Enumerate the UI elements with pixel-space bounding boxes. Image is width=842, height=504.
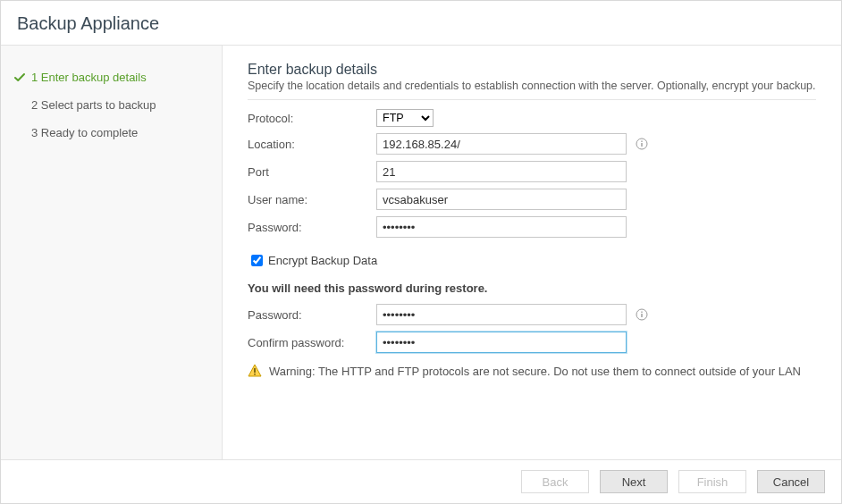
backup-appliance-dialog: Backup Appliance 1 Enter backup details … <box>0 0 842 504</box>
content-subtitle: Specify the location details and credent… <box>248 80 816 100</box>
dialog-footer: Back Next Finish Cancel <box>1 459 841 503</box>
step-select-parts[interactable]: 2 Select parts to backup <box>1 91 222 119</box>
info-icon[interactable] <box>636 138 648 150</box>
protocol-label: Protocol: <box>248 112 376 125</box>
port-label: Port <box>248 165 376 179</box>
row-enc-password: Password: <box>248 304 816 325</box>
password-label: Password: <box>248 221 376 234</box>
svg-rect-1 <box>641 143 642 147</box>
finish-button[interactable]: Finish <box>678 470 746 493</box>
svg-rect-7 <box>254 374 256 375</box>
svg-rect-2 <box>641 141 642 142</box>
warning-icon <box>248 364 262 378</box>
password-input[interactable] <box>376 216 627 238</box>
step-label: 3 Ready to complete <box>31 126 138 139</box>
row-confirm-password: Confirm password: <box>248 332 816 353</box>
location-label: Location: <box>248 138 376 151</box>
content-heading: Enter backup details <box>248 62 816 78</box>
restore-note: You will need this password during resto… <box>248 281 816 295</box>
step-bullet <box>13 99 26 112</box>
port-input[interactable] <box>376 161 627 182</box>
username-label: User name: <box>248 193 376 206</box>
cancel-button[interactable]: Cancel <box>757 470 825 493</box>
step-label: 2 Select parts to backup <box>31 98 156 112</box>
warning-text: Warning: The HTTP and FTP protocols are … <box>269 365 801 378</box>
step-label: 1 Enter backup details <box>31 71 147 84</box>
svg-rect-4 <box>641 314 642 317</box>
dialog-title: Backup Appliance <box>17 13 825 34</box>
row-port: Port <box>248 161 816 182</box>
warning-row: Warning: The HTTP and FTP protocols are … <box>248 364 816 378</box>
wizard-sidebar: 1 Enter backup details 2 Select parts to… <box>1 46 223 459</box>
row-password: Password: <box>248 216 816 238</box>
encrypt-label: Encrypt Backup Data <box>268 254 377 267</box>
step-enter-backup-details[interactable]: 1 Enter backup details <box>1 63 222 91</box>
protocol-select[interactable]: FTP <box>376 109 434 127</box>
wizard-content: Enter backup details Specify the locatio… <box>223 46 841 459</box>
step-ready-to-complete[interactable]: 3 Ready to complete <box>1 119 222 147</box>
confirm-label: Confirm password: <box>248 336 376 349</box>
svg-rect-6 <box>254 368 256 373</box>
location-input[interactable] <box>376 133 627 155</box>
row-protocol: Protocol: FTP <box>248 109 816 127</box>
back-button[interactable]: Back <box>521 470 589 493</box>
next-button[interactable]: Next <box>600 470 668 493</box>
row-username: User name: <box>248 189 816 210</box>
step-bullet <box>13 127 26 139</box>
dialog-body: 1 Enter backup details 2 Select parts to… <box>1 46 841 459</box>
info-icon[interactable] <box>636 308 648 321</box>
confirm-password-input[interactable] <box>376 332 627 353</box>
enc-password-label: Password: <box>248 308 376 322</box>
row-location: Location: <box>248 133 816 155</box>
svg-rect-5 <box>641 312 642 313</box>
check-icon <box>13 71 26 84</box>
enc-password-input[interactable] <box>376 304 627 325</box>
title-bar: Backup Appliance <box>1 1 841 46</box>
row-encrypt: Encrypt Backup Data <box>248 252 816 269</box>
username-input[interactable] <box>376 189 627 210</box>
encrypt-checkbox[interactable] <box>251 255 263 266</box>
